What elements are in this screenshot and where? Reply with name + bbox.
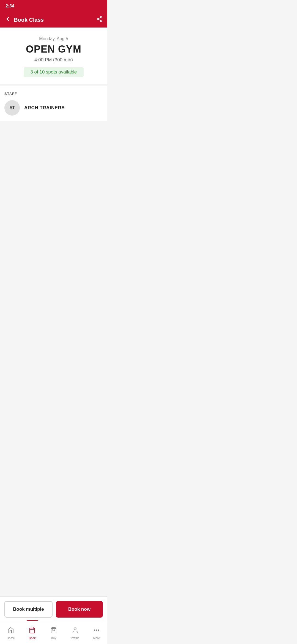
status-bar: 2:34: [0, 0, 107, 12]
staff-section: STAFF AT ARCH TRAINERS: [0, 86, 107, 121]
svg-line-4: [99, 18, 101, 19]
staff-avatar: AT: [4, 100, 20, 116]
class-details: Monday, Aug 5 OPEN GYM 4:00 PM (300 min)…: [0, 28, 107, 84]
staff-row: AT ARCH TRAINERS: [4, 100, 103, 116]
header: Book Class: [0, 12, 107, 28]
staff-label: STAFF: [4, 92, 103, 96]
status-time: 2:34: [6, 4, 14, 9]
back-icon: [4, 16, 11, 24]
class-date: Monday, Aug 5: [6, 36, 102, 41]
svg-line-3: [99, 20, 101, 21]
page-title: Book Class: [14, 17, 44, 23]
class-name: OPEN GYM: [6, 43, 102, 55]
back-button[interactable]: Book Class: [4, 16, 44, 24]
staff-name: ARCH TRAINERS: [24, 105, 65, 111]
class-time: 4:00 PM (300 min): [6, 57, 102, 63]
spots-available: 3 of 10 spots available: [24, 67, 83, 77]
share-button[interactable]: [96, 16, 103, 24]
